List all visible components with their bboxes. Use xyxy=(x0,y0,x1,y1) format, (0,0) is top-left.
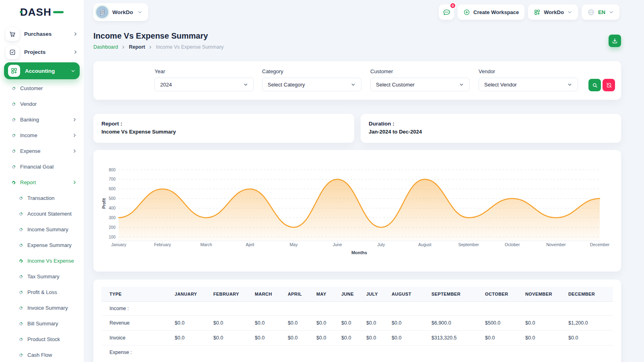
profit-area-chart: 800700600500400300200100 JanuaryFebruary… xyxy=(93,150,621,272)
check-square-icon xyxy=(6,45,19,59)
cell-value: $500.0 xyxy=(485,316,525,331)
svg-text:Profit: Profit xyxy=(102,198,106,209)
workdo-menu-button[interactable]: WorkDo xyxy=(528,4,578,20)
sidebar-item-product-stock[interactable]: Product Stock xyxy=(0,331,84,347)
svg-text:February: February xyxy=(154,242,171,247)
sidebar-item-vendor[interactable]: Vendor xyxy=(0,96,84,112)
sidebar-item-label: Vendor xyxy=(20,101,77,107)
duration-value: Jan-2024 to Dec-2024 xyxy=(369,129,613,135)
cell-value: $0.0 xyxy=(366,316,392,331)
ring-bullet-icon xyxy=(11,165,16,169)
cell-value: $0.0 xyxy=(392,316,431,331)
year-select[interactable]: 2024 xyxy=(155,78,254,91)
sidebar-item-label: Invoice Summary xyxy=(27,305,77,311)
row-label: Invoice xyxy=(101,331,175,346)
sidebar-item-label: Expense Summary xyxy=(27,242,77,248)
vendor-select[interactable]: Select Vendor xyxy=(479,78,578,91)
sidebar-item-purchases[interactable]: Purchases xyxy=(0,25,84,43)
category-select[interactable]: Select Category xyxy=(262,78,361,91)
sidebar-item-label: Transaction xyxy=(27,195,77,201)
sidebar-item-label: Profit & Loss xyxy=(27,289,77,295)
dash-logo-icon: DASH xyxy=(19,6,64,18)
sidebar-item-expense[interactable]: Expense xyxy=(0,143,84,159)
cell-value: $0.0 xyxy=(175,331,213,346)
sidebar-item-label: Product Stock xyxy=(27,336,77,342)
svg-text:400: 400 xyxy=(109,206,116,210)
building-icon xyxy=(99,9,106,16)
sidebar-item-tax-summary[interactable]: Tax Summary xyxy=(0,269,84,284)
cell-value: $1,200.0 xyxy=(568,316,613,331)
table-group-row-income: Income : xyxy=(101,302,613,316)
filter-card: Year 2024 Category Select Category Custo… xyxy=(93,61,621,100)
sidebar-item-bill-summary[interactable]: Bill Summary xyxy=(0,316,84,331)
column-header-july: JULY xyxy=(366,287,392,302)
chevron-down-icon xyxy=(567,10,572,15)
ring-bullet-icon xyxy=(19,306,23,310)
messages-button[interactable]: 0 xyxy=(439,4,454,20)
clipboard-off-icon xyxy=(606,82,612,88)
sidebar-item-projects[interactable]: Projects xyxy=(0,43,84,61)
search-button[interactable] xyxy=(588,79,601,91)
column-header-march: MARCH xyxy=(255,287,288,302)
sidebar-item-account-statement[interactable]: Account Statement xyxy=(0,206,84,222)
sidebar-item-label: Expense xyxy=(20,148,67,154)
sidebar-item-banking[interactable]: Banking xyxy=(0,112,84,128)
sidebar-item-report[interactable]: Report xyxy=(0,175,84,190)
sidebar-item-label: Projects xyxy=(24,49,73,55)
ring-bullet-icon xyxy=(19,243,23,247)
create-workspace-button[interactable]: Create Workspace xyxy=(458,4,524,20)
chevron-right-icon xyxy=(121,45,126,49)
year-label: Year xyxy=(155,68,254,74)
column-header-november: NOVEMBER xyxy=(525,287,568,302)
sidebar-item-cash-flow[interactable]: Cash Flow xyxy=(0,347,84,362)
language-selector[interactable]: EN xyxy=(582,4,619,20)
chevron-down-icon xyxy=(567,82,572,87)
sidebar-item-income-vs-expense[interactable]: Income Vs Expense xyxy=(0,253,84,269)
workspace-selector[interactable]: WorkDo xyxy=(93,3,148,21)
column-header-september: SEPTEMBER xyxy=(431,287,485,302)
cell-value: $0.0 xyxy=(255,331,288,346)
sidebar-item-accounting[interactable]: Accounting xyxy=(4,62,80,79)
sidebar-item-income-summary[interactable]: Income Summary xyxy=(0,222,84,237)
customer-select[interactable]: Select Customer xyxy=(370,78,470,91)
cell-value: $0.0 xyxy=(568,331,613,346)
sidebar-item-transaction[interactable]: Transaction xyxy=(0,190,84,206)
breadcrumb-dashboard[interactable]: Dashboard xyxy=(93,44,118,50)
app-logo[interactable]: DASH xyxy=(0,0,84,24)
breadcrumb-report[interactable]: Report xyxy=(129,44,145,50)
ring-bullet-icon xyxy=(11,133,16,138)
workspace-avatar xyxy=(96,6,108,18)
year-filter: Year 2024 xyxy=(155,68,254,91)
sidebar-item-label: Tax Summary xyxy=(27,274,77,280)
svg-text:July: July xyxy=(377,242,385,247)
svg-text:800: 800 xyxy=(109,168,116,172)
cell-value: $0.0 xyxy=(341,331,366,346)
ring-bullet-icon xyxy=(19,196,23,200)
ring-bullet-icon xyxy=(19,353,23,357)
sidebar-item-label: Financial Goal xyxy=(20,164,77,170)
svg-text:August: August xyxy=(418,242,431,247)
sidebar-item-financial-goal[interactable]: Financial Goal xyxy=(0,159,84,175)
workspace-name: WorkDo xyxy=(112,9,133,15)
reset-filter-button[interactable] xyxy=(603,79,615,91)
sidebar-item-expense-summary[interactable]: Expense Summary xyxy=(0,237,84,253)
income-expense-table: TYPEJANUARYFEBRUARYMARCHAPRILMAYJUNEJULY… xyxy=(101,287,613,359)
column-header-october: OCTOBER xyxy=(485,287,525,302)
breadcrumb-current: Income Vs Expense Summary xyxy=(156,44,223,50)
cart-icon xyxy=(9,31,16,38)
chevron-right-icon xyxy=(73,31,78,37)
sidebar-item-invoice-summary[interactable]: Invoice Summary xyxy=(0,300,84,316)
duration-summary-card: Duration : Jan-2024 to Dec-2024 xyxy=(361,114,621,143)
download-button[interactable] xyxy=(609,35,621,47)
ring-bullet-icon xyxy=(19,274,23,279)
svg-text:May: May xyxy=(290,242,298,247)
sidebar-item-income[interactable]: Income xyxy=(0,128,84,143)
sidebar-item-customer[interactable]: Customer xyxy=(0,80,84,96)
cell-value: $0.0 xyxy=(392,331,431,346)
report-value: Income Vs Expense Summary xyxy=(101,129,346,135)
svg-text:December: December xyxy=(590,242,610,247)
sidebar-item-profit-loss[interactable]: Profit & Loss xyxy=(0,284,84,300)
svg-text:September: September xyxy=(458,242,479,247)
customer-label: Customer xyxy=(370,68,470,74)
sidebar-item-label: Accounting xyxy=(25,68,70,74)
